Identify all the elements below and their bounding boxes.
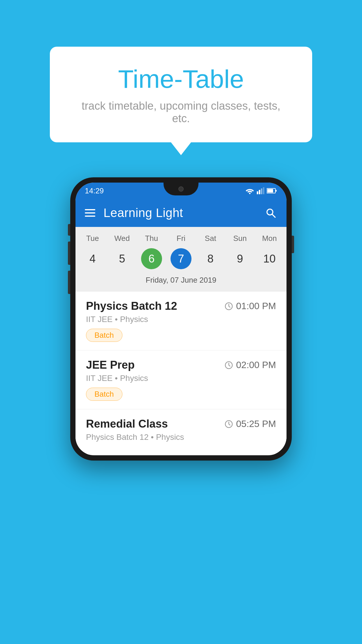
svg-rect-4 [263,187,264,194]
schedule-item-2-sub: IIT JEE • Physics [86,374,276,383]
schedule-item-2-name: JEE Prep [86,359,135,371]
search-button[interactable] [264,206,277,219]
schedule-item-1-name: Physics Batch 12 [86,300,177,312]
day-cell-10[interactable]: 10 [255,245,284,272]
status-time: 14:29 [85,186,104,195]
day-cell-5[interactable]: 5 [107,245,137,272]
svg-point-8 [267,209,273,215]
day-header-tue: Tue [78,232,107,245]
day-num-7: 7 [171,248,191,269]
schedule-item-2-time: 02:00 PM [224,360,276,370]
hero-section: Time-Table track timetable, upcoming cla… [50,47,312,142]
calendar-strip: Tue Wed Thu Fri Sat Sun Mon 4 5 [75,227,287,292]
svg-rect-2 [259,190,260,194]
svg-rect-6 [267,189,273,192]
day-num-10: 10 [259,248,280,269]
wifi-icon [245,187,254,194]
phone-outer: 14:29 [70,177,292,461]
bubble-title: Time-Table [73,64,289,94]
day-cell-8[interactable]: 8 [196,245,225,272]
schedule-item-1-header: Physics Batch 12 01:00 PM [86,300,276,312]
schedule-item-1[interactable]: Physics Batch 12 01:00 PM IIT JEE • Phys… [75,292,287,350]
day-header-fri: Fri [166,232,196,245]
svg-line-9 [272,214,276,218]
schedule-item-1-time: 01:00 PM [224,301,276,312]
selected-date: Friday, 07 June 2019 [75,272,287,289]
batch-badge-1: Batch [86,329,122,342]
svg-rect-1 [257,191,258,194]
bubble-subtitle: track timetable, upcoming classes, tests… [73,100,289,125]
day-header-mon: Mon [255,232,284,245]
clock-icon [224,302,233,311]
schedule-item-1-sub: IIT JEE • Physics [86,315,276,324]
svg-point-0 [249,193,251,194]
day-cell-7[interactable]: 7 [166,245,196,272]
phone-mockup: 14:29 [70,177,292,461]
volume-down-button [68,271,70,294]
day-headers: Tue Wed Thu Fri Sat Sun Mon [75,232,287,245]
day-header-wed: Wed [107,232,137,245]
schedule-item-2[interactable]: JEE Prep 02:00 PM IIT JEE • Physics Batc… [75,351,287,409]
day-numbers: 4 5 6 7 8 9 [75,245,287,272]
volume-up-button [68,242,70,265]
day-header-sun: Sun [225,232,255,245]
day-num-4: 4 [82,248,103,269]
schedule-list: Physics Batch 12 01:00 PM IIT JEE • Phys… [75,292,287,455]
day-num-8: 8 [200,248,221,269]
schedule-item-3-name: Remedial Class [86,418,168,430]
power-button [292,236,294,253]
day-cell-6[interactable]: 6 [137,245,166,272]
notch [164,183,198,195]
day-header-thu: Thu [137,232,166,245]
battery-icon [267,188,277,194]
silent-button [68,224,70,236]
clock-icon-3 [224,420,233,428]
schedule-item-3-sub: Physics Batch 12 • Physics [86,433,276,442]
batch-badge-2: Batch [86,388,122,401]
day-cell-4[interactable]: 4 [78,245,107,272]
phone-screen: 14:29 [75,183,287,455]
svg-rect-3 [261,188,262,194]
schedule-item-3[interactable]: Remedial Class 05:25 PM Physics Batch 12… [75,410,287,455]
schedule-item-3-header: Remedial Class 05:25 PM [86,418,276,430]
day-num-9: 9 [229,248,250,269]
day-num-6: 6 [141,248,162,269]
signal-icon [257,187,264,194]
schedule-item-2-header: JEE Prep 02:00 PM [86,359,276,371]
clock-icon-2 [224,361,233,370]
speech-bubble: Time-Table track timetable, upcoming cla… [50,47,312,142]
day-num-5: 5 [112,248,133,269]
app-bar: Learning Light [75,199,287,227]
svg-rect-7 [275,190,277,192]
status-icons [245,187,277,194]
front-camera [178,186,184,192]
menu-icon[interactable] [85,209,95,217]
search-icon [265,207,277,219]
day-header-sat: Sat [196,232,225,245]
day-cell-9[interactable]: 9 [225,245,255,272]
schedule-item-3-time: 05:25 PM [224,419,276,429]
app-title: Learning Light [103,206,256,220]
